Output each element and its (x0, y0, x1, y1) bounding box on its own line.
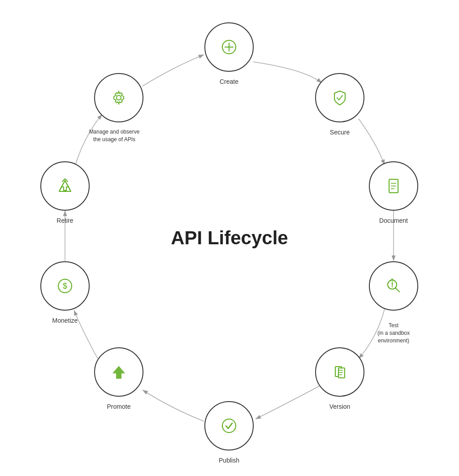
svg-point-16 (222, 419, 236, 433)
svg-rect-12 (338, 368, 345, 378)
node-test (369, 261, 418, 311)
label-create: Create (198, 78, 260, 87)
node-version (315, 347, 364, 397)
svg-text:$: $ (63, 281, 67, 290)
label-secure: Secure (308, 128, 371, 137)
node-monetize: $ (40, 261, 90, 311)
label-publish: Publish (198, 456, 260, 465)
svg-line-9 (395, 288, 399, 292)
node-promote (94, 347, 143, 397)
label-promote: Promote (87, 402, 150, 411)
node-manage (94, 73, 143, 122)
node-document (369, 161, 418, 211)
label-retire: Retire (34, 216, 96, 225)
svg-marker-17 (113, 367, 124, 378)
label-version: Version (308, 402, 371, 411)
node-retire (40, 161, 90, 211)
node-create (204, 22, 254, 72)
svg-point-10 (392, 286, 393, 287)
label-test: Test (in a sandbox environment) (362, 322, 425, 344)
node-publish (204, 401, 254, 450)
svg-point-20 (117, 95, 121, 100)
lifecycle-diagram: API Lifecycle Create Secure Document (0, 0, 459, 476)
label-manage: Manage and observe the usage of APIs (83, 128, 146, 143)
label-monetize: Monetize (34, 316, 96, 325)
diagram-title: API Lifecycle (171, 227, 288, 249)
label-document: Document (362, 216, 425, 225)
node-secure (315, 73, 364, 122)
